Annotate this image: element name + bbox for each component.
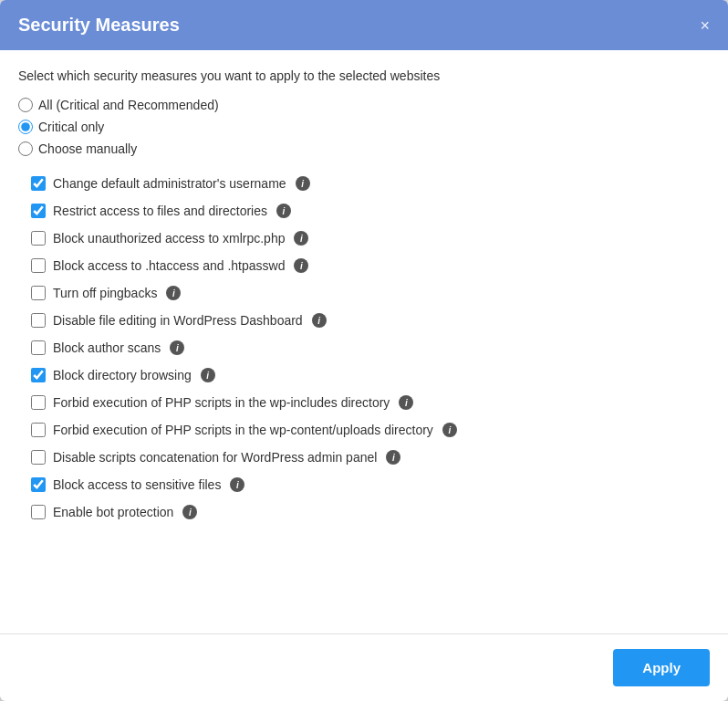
info-icon-chk13: i <box>182 505 197 519</box>
checkbox-chk11[interactable] <box>31 450 46 465</box>
checkbox-item-chk11: Disable scripts concatenation for WordPr… <box>27 445 710 470</box>
checkbox-label-chk13: Enable bot protection <box>53 505 173 519</box>
checkbox-label-chk8: Block directory browsing <box>53 368 192 382</box>
info-icon-chk8: i <box>201 368 215 382</box>
checkbox-chk1[interactable] <box>31 176 46 191</box>
checkbox-chk13[interactable] <box>31 505 46 519</box>
info-icon-chk11: i <box>386 450 400 465</box>
radio-label-text-manual: Choose manually <box>38 141 137 156</box>
dialog-body: Select which security measures you want … <box>0 50 728 633</box>
checkbox-label-chk7: Block author scans <box>53 340 161 355</box>
checkbox-label-chk6: Disable file editing in WordPress Dashbo… <box>53 313 303 328</box>
checkbox-item-chk12: Block access to sensitive filesi <box>27 472 710 497</box>
checkbox-chk2[interactable] <box>31 204 46 218</box>
checkbox-item-chk8: Block directory browsingi <box>27 362 710 388</box>
checkbox-chk6[interactable] <box>31 313 46 328</box>
dialog-title: Security Measures <box>18 15 180 36</box>
checkbox-item-chk3: Block unauthorized access to xmlrpc.phpi <box>27 225 710 251</box>
info-icon-chk1: i <box>296 176 310 191</box>
checkbox-label-chk1: Change default administrator's username <box>53 176 286 191</box>
checkbox-chk10[interactable] <box>31 423 46 437</box>
checkbox-item-chk13: Enable bot protectioni <box>27 499 710 525</box>
checkbox-label-chk9: Forbid execution of PHP scripts in the w… <box>53 395 390 410</box>
checkbox-item-chk1: Change default administrator's usernamei <box>27 171 710 196</box>
info-icon-chk7: i <box>170 340 184 355</box>
checkbox-item-chk2: Restrict access to files and directories… <box>27 198 710 224</box>
checkbox-label-chk4: Block access to .htaccess and .htpasswd <box>53 258 285 273</box>
radio-label-text-critical: Critical only <box>38 120 104 134</box>
checkbox-chk4[interactable] <box>31 258 46 273</box>
radio-label-all[interactable]: All (Critical and Recommended) <box>18 98 710 112</box>
security-measures-dialog: Security Measures × Select which securit… <box>0 0 728 701</box>
checkbox-item-chk9: Forbid execution of PHP scripts in the w… <box>27 390 710 415</box>
info-icon-chk3: i <box>294 231 308 246</box>
info-icon-chk6: i <box>312 313 327 328</box>
checkbox-chk7[interactable] <box>31 340 46 355</box>
checkbox-chk9[interactable] <box>31 395 46 410</box>
info-icon-chk2: i <box>276 204 291 218</box>
checkbox-chk8[interactable] <box>31 368 46 382</box>
dialog-footer: Apply <box>0 633 728 701</box>
info-icon-chk5: i <box>166 286 181 300</box>
info-icon-chk10: i <box>442 423 457 437</box>
checkbox-item-chk6: Disable file editing in WordPress Dashbo… <box>27 308 710 333</box>
radio-group: All (Critical and Recommended)Critical o… <box>18 98 710 156</box>
checkbox-label-chk3: Block unauthorized access to xmlrpc.php <box>53 231 285 246</box>
radio-critical[interactable] <box>18 120 33 134</box>
dialog-header: Security Measures × <box>0 0 728 50</box>
checkbox-item-chk4: Block access to .htaccess and .htpasswdi <box>27 253 710 278</box>
radio-label-manual[interactable]: Choose manually <box>18 141 710 156</box>
checkbox-label-chk2: Restrict access to files and directories <box>53 204 267 218</box>
checkbox-item-chk7: Block author scansi <box>27 335 710 361</box>
checkbox-label-chk12: Block access to sensitive files <box>53 477 221 492</box>
radio-manual[interactable] <box>18 141 33 156</box>
apply-button[interactable]: Apply <box>613 649 710 686</box>
radio-label-critical[interactable]: Critical only <box>18 120 710 134</box>
radio-label-text-all: All (Critical and Recommended) <box>38 98 219 112</box>
checkbox-label-chk5: Turn off pingbacks <box>53 286 157 300</box>
checkbox-chk12[interactable] <box>31 477 46 492</box>
checkbox-item-chk10: Forbid execution of PHP scripts in the w… <box>27 417 710 443</box>
info-icon-chk4: i <box>294 258 308 273</box>
checkbox-item-chk5: Turn off pingbacksi <box>27 280 710 306</box>
close-button[interactable]: × <box>700 17 710 34</box>
description-text: Select which security measures you want … <box>18 68 710 83</box>
checkbox-label-chk11: Disable scripts concatenation for WordPr… <box>53 450 377 465</box>
checkbox-chk3[interactable] <box>31 231 46 246</box>
checkbox-list: Change default administrator's usernamei… <box>18 171 710 525</box>
info-icon-chk9: i <box>399 395 413 410</box>
checkbox-label-chk10: Forbid execution of PHP scripts in the w… <box>53 423 433 437</box>
info-icon-chk12: i <box>230 477 244 492</box>
radio-all[interactable] <box>18 98 33 112</box>
checkbox-chk5[interactable] <box>31 286 46 300</box>
